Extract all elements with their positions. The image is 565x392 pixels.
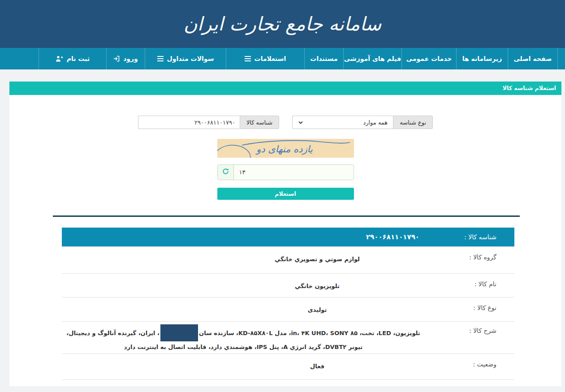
id-type-selected-value: همه موارد <box>363 119 388 126</box>
result-table: شناسه کالا : ۲۹۰۰۶۸۱۱۰۱۷۹۰ گروه کالا : ل… <box>62 228 514 380</box>
main-nav: صفحه اصلی زیرسامانه ها خدمات عمومی فیلم … <box>0 48 565 69</box>
page-title: استعلام شناسه کالا <box>9 82 561 95</box>
chevron-down-icon <box>298 119 303 126</box>
row-value: فعال <box>62 354 425 379</box>
nav-item-label: صفحه اصلی <box>513 55 552 62</box>
goods-id-input[interactable] <box>138 116 240 129</box>
captcha-image: یازده منهای دو <box>217 139 354 158</box>
table-row-goods-name: نام کالا : تلویزیون خانگي <box>62 273 514 297</box>
table-row-goods-type: نوع کالا : تولیدی <box>62 297 514 321</box>
nav-item-home[interactable]: صفحه اصلی <box>508 48 558 69</box>
nav-item-label: خدمات عمومی <box>406 55 452 62</box>
row-value: تلویزیون خانگي <box>62 274 425 297</box>
nav-item-documentation[interactable]: مستندات <box>304 48 343 69</box>
nav-item-public-services[interactable]: خدمات عمومی <box>401 48 456 69</box>
inquiry-form-row: نوع شناسه همه موارد شناسه کالا <box>9 116 561 129</box>
redaction-box <box>160 324 198 341</box>
content-card: استعلام شناسه کالا نوع شناسه همه موارد ش… <box>9 82 561 386</box>
id-type-label: نوع شناسه <box>393 116 433 129</box>
nav-item-subsystems[interactable]: زیرسامانه ها <box>456 48 508 69</box>
nav-item-label: زیرسامانه ها <box>462 55 502 62</box>
goods-id-group: شناسه کالا <box>138 116 279 129</box>
card-bottom-padding <box>9 380 561 386</box>
refresh-icon <box>222 168 229 177</box>
row-label: گروه کالا : <box>425 247 514 273</box>
captcha-section: یازده منهای دو استعلام <box>217 139 354 200</box>
nav-item-label: فیلم های آموزشی <box>344 55 401 62</box>
user-plus-icon <box>56 56 63 62</box>
nav-item-label: استعلامات <box>254 55 286 62</box>
nav-item-register[interactable]: ثبت نام <box>39 48 106 69</box>
nav-item-login[interactable]: ورود <box>106 48 145 69</box>
nav-item-label: ثبت نام <box>67 55 90 62</box>
nav-item-label: ورود <box>123 55 138 62</box>
row-value: تولیدی <box>62 297 425 321</box>
nav-item-inquiries[interactable]: استعلامات <box>226 48 304 69</box>
captcha-answer-group <box>217 164 354 180</box>
nav-filler <box>7 48 39 69</box>
description-part1: تلویزیون، LED، تخت، ۸۵ in، ۴K UHD، SONY،… <box>199 330 420 336</box>
row-label: شرح کالا : <box>425 322 514 353</box>
captcha-refresh-button[interactable] <box>218 165 234 180</box>
captcha-text: یازده منهای دو <box>255 144 313 155</box>
list-icon <box>157 56 164 61</box>
table-row-goods-description: شرح کالا : تلویزیون، LED، تخت، ۸۵ in، ۴K… <box>62 321 514 353</box>
row-label: نام کالا : <box>425 274 514 297</box>
nav-item-training-videos[interactable]: فیلم های آموزشی <box>343 48 401 69</box>
nav-item-label: سوالات متداول <box>167 55 214 62</box>
submit-inquiry-button[interactable]: استعلام <box>217 188 354 200</box>
result-header-value: ۲۹۰۰۶۸۱۱۰۱۷۹۰ <box>62 233 425 241</box>
sign-in-icon <box>113 56 120 62</box>
goods-id-label: شناسه کالا <box>240 116 279 129</box>
id-type-group: نوع شناسه همه موارد <box>292 116 433 129</box>
captcha-answer-input[interactable] <box>234 165 354 180</box>
list-icon <box>245 56 251 61</box>
nav-item-faq[interactable]: سوالات متداول <box>145 48 226 69</box>
row-label: نوع کالا : <box>425 297 514 321</box>
section-divider <box>53 215 520 217</box>
site-logo[interactable]: سامانه جامع تجارت ایران <box>184 13 382 35</box>
table-row-goods-group: گروه کالا : لوازم صوتي و تصويري خانگي <box>62 246 514 273</box>
site-header: سامانه جامع تجارت ایران <box>0 0 565 48</box>
row-value: تلویزیون، LED، تخت، ۸۵ in، ۴K UHD، SONY،… <box>62 322 425 353</box>
table-row-status: وضعیت : فعال <box>62 353 514 379</box>
result-header-row: شناسه کالا : ۲۹۰۰۶۸۱۱۰۱۷۹۰ <box>62 228 514 246</box>
id-type-select[interactable]: همه موارد <box>292 116 393 129</box>
row-value: لوازم صوتي و تصويري خانگي <box>62 247 425 273</box>
result-header-label: شناسه کالا : <box>425 233 514 241</box>
row-label: وضعیت : <box>425 354 514 379</box>
nav-item-label: مستندات <box>310 55 337 62</box>
